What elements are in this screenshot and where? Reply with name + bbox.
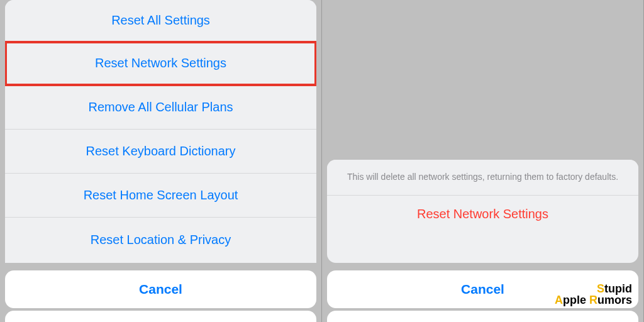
cutoff-row: [327, 311, 638, 322]
reset-home-screen-layout-item[interactable]: Reset Home Screen Layout: [5, 174, 316, 218]
cancel-label: Cancel: [461, 282, 504, 297]
menu-item-label: Reset Home Screen Layout: [84, 188, 238, 203]
cancel-button[interactable]: Cancel: [5, 270, 316, 308]
reset-network-settings-item[interactable]: Reset Network Settings: [5, 42, 316, 86]
cutoff-row: [5, 311, 316, 322]
cancel-label: Cancel: [139, 282, 182, 297]
menu-item-label: Reset All Settings: [111, 13, 210, 28]
reset-keyboard-dictionary-item[interactable]: Reset Keyboard Dictionary: [5, 130, 316, 174]
reset-options-panel: Reset All Settings Reset Network Setting…: [0, 0, 322, 322]
reset-network-confirm-button[interactable]: Reset Network Settings: [327, 196, 638, 233]
menu-item-label: Remove All Cellular Plans: [88, 100, 233, 114]
menu-item-label: Reset Network Settings: [95, 56, 226, 70]
reset-all-settings-item[interactable]: Reset All Settings: [5, 0, 316, 42]
confirm-panel: This will delete all network settings, r…: [322, 0, 644, 322]
confirm-message-text: This will delete all network settings, r…: [347, 172, 618, 182]
reset-location-privacy-item[interactable]: Reset Location & Privacy: [5, 218, 316, 262]
confirm-button-label: Reset Network Settings: [417, 207, 548, 221]
confirm-sheet: This will delete all network settings, r…: [327, 160, 638, 263]
menu-item-label: Reset Location & Privacy: [91, 233, 231, 247]
confirm-message: This will delete all network settings, r…: [327, 160, 638, 196]
cancel-button[interactable]: Cancel: [327, 270, 638, 308]
reset-options-sheet: Reset All Settings Reset Network Setting…: [5, 0, 316, 263]
menu-item-label: Reset Keyboard Dictionary: [86, 144, 236, 158]
remove-cellular-plans-item[interactable]: Remove All Cellular Plans: [5, 86, 316, 130]
